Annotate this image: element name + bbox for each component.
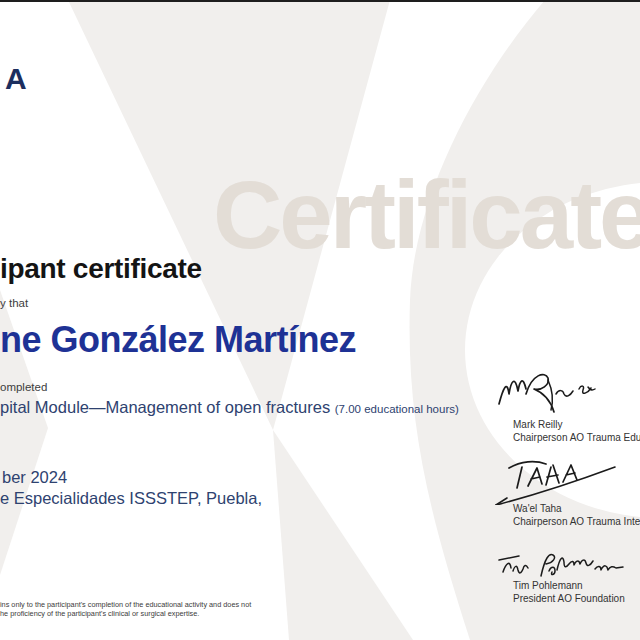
signer-title-1: Chairperson AO Trauma Education (513, 432, 640, 443)
signer-name-3: Tim Pohlemann (513, 580, 583, 591)
certificate-watermark-text: Certificate (213, 167, 640, 263)
certificate-title: ipant certificate (0, 253, 202, 285)
top-edge-line (0, 0, 640, 2)
signer-name-1: Mark Reilly (513, 419, 562, 430)
course-hours: (7.00 educational hours) (335, 403, 459, 415)
signature-wael-taha-image (483, 455, 623, 505)
course-title: pital Module—Management of open fracture… (0, 398, 335, 416)
signer-title-3: President AO Foundation (513, 593, 625, 604)
signer-title-2: Chairperson AO Trauma International (513, 516, 640, 527)
recipient-name: ne González Martínez (0, 319, 356, 361)
course-date: ber 2024 (2, 468, 67, 487)
course-line: pital Module—Management of open fracture… (0, 398, 459, 417)
certificate-page: { "page": { "background_color": "#ffffff… (0, 0, 640, 640)
signature-mark-reilly-image (493, 364, 613, 418)
signer-name-2: Wa'el Taha (513, 503, 562, 514)
disclaimer-line-2: he proficiency of the participant's clin… (0, 610, 251, 619)
certify-line: y that (0, 297, 28, 309)
disclaimer-text: ins only to the participant's completion… (0, 601, 251, 619)
course-venue: e Especialidades ISSSTEP, Puebla, (0, 489, 262, 508)
completed-line: ompleted (0, 381, 47, 393)
ao-logo-fragment: A (5, 62, 28, 96)
signature-tim-pohlemann-image (497, 546, 627, 582)
